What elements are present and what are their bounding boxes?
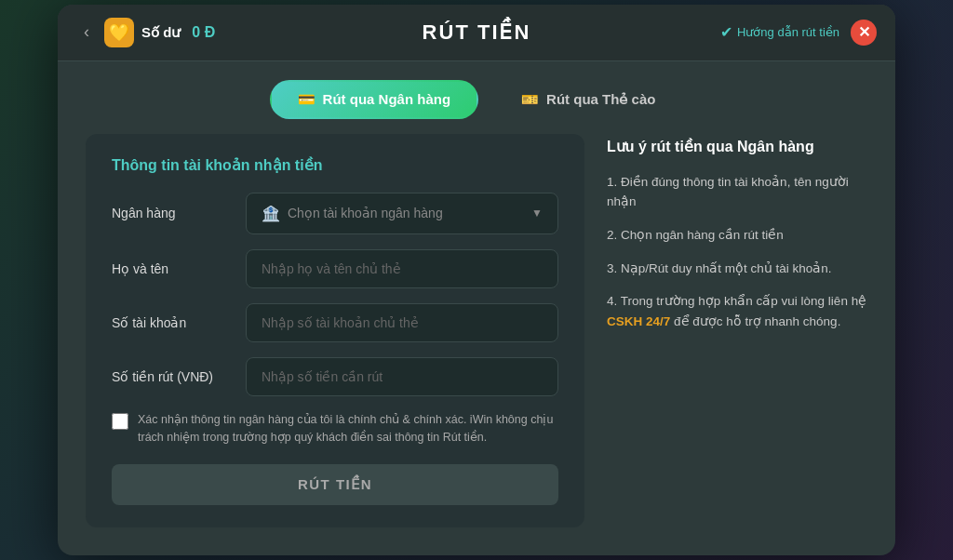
tab-card[interactable]: 🎫 Rút qua Thẻ cào [493, 80, 683, 119]
modal-header: ‹ 💛 Số dư 0 Đ RÚT TIỀN ✔ Hướng dẫn rút t… [58, 5, 895, 61]
info-item-3: 3. Nạp/Rút duy nhất một chủ tài khoản. [607, 259, 867, 279]
modal-body: Thông tin tài khoản nhận tiền Ngân hàng … [58, 134, 895, 556]
form-panel: Thông tin tài khoản nhận tiền Ngân hàng … [86, 134, 584, 528]
info-title: Lưu ý rút tiền qua Ngân hàng [607, 138, 867, 155]
account-number-row: Số tài khoản [112, 303, 558, 342]
cskh-link[interactable]: CSKH 24/7 [607, 314, 670, 328]
chevron-down-icon: ▼ [531, 207, 543, 220]
info-item-1: 1. Điền đúng thông tin tài khoản, tên ng… [607, 172, 867, 212]
amount-row: Số tiền rút (VNĐ) [112, 357, 558, 396]
close-button[interactable]: ✕ [851, 20, 877, 46]
fullname-input[interactable] [246, 249, 558, 288]
balance-amount: 0 Đ [192, 24, 215, 41]
balance-label: Số dư [141, 24, 181, 41]
amount-label: Số tiền rút (VNĐ) [112, 369, 233, 384]
checkbox-label: Xác nhận thông tin ngân hàng của tôi là … [138, 411, 558, 447]
modal-container: ‹ 💛 Số dư 0 Đ RÚT TIỀN ✔ Hướng dẫn rút t… [58, 5, 895, 556]
bank-row: Ngân hàng 🏦 Chọn tài khoản ngân hàng ▼ [112, 193, 558, 234]
header-right: ✔ Hướng dẫn rút tiền ✕ [720, 20, 877, 46]
tab-bank[interactable]: 💳 Rút qua Ngân hàng [270, 80, 479, 119]
amount-input[interactable] [246, 357, 558, 396]
guide-label: Hướng dẫn rút tiền [737, 25, 839, 39]
tab-bank-label: Rút qua Ngân hàng [323, 91, 451, 107]
bank-icon: 🏦 [262, 205, 280, 222]
modal-backdrop: ‹ 💛 Số dư 0 Đ RÚT TIỀN ✔ Hướng dẫn rút t… [0, 0, 953, 560]
info-panel: Lưu ý rút tiền qua Ngân hàng 1. Điền đún… [607, 134, 867, 528]
page-title: RÚT TIỀN [423, 20, 531, 45]
checkbox-row: Xác nhận thông tin ngân hàng của tôi là … [112, 411, 558, 447]
fullname-label: Họ và tên [112, 261, 233, 276]
back-button[interactable]: ‹ [76, 19, 97, 46]
guide-icon: ✔ [720, 23, 732, 41]
wallet-icon: 💛 [104, 18, 134, 47]
bank-placeholder: Chọn tài khoản ngân hàng [288, 206, 443, 220]
bank-label: Ngân hàng [112, 206, 233, 220]
info-item-4-after: để được hỗ trợ nhanh chóng. [670, 314, 840, 328]
fullname-row: Họ và tên [112, 249, 558, 288]
header-left: ‹ 💛 Số dư 0 Đ [76, 18, 215, 47]
info-item-4: 4. Trong trường hợp khẩn cấp vui lòng li… [607, 291, 867, 331]
account-number-input[interactable] [246, 303, 558, 342]
info-item-4-before: 4. Trong trường hợp khẩn cấp vui lòng li… [607, 294, 866, 308]
submit-button[interactable]: RÚT TIỀN [112, 464, 558, 505]
bank-select[interactable]: 🏦 Chọn tài khoản ngân hàng ▼ [246, 193, 558, 234]
tab-card-icon: 🎫 [521, 91, 539, 108]
info-item-2: 2. Chọn ngân hàng cần rút tiền [607, 225, 867, 246]
tabs-row: 💳 Rút qua Ngân hàng 🎫 Rút qua Thẻ cào [58, 61, 895, 134]
form-section-title: Thông tin tài khoản nhận tiền [112, 156, 558, 174]
confirm-checkbox[interactable] [112, 413, 128, 430]
guide-link[interactable]: ✔ Hướng dẫn rút tiền [720, 23, 839, 41]
tab-bank-icon: 💳 [298, 91, 315, 108]
account-number-label: Số tài khoản [112, 315, 233, 330]
bank-select-wrap: 🏦 Chọn tài khoản ngân hàng ▼ [246, 193, 558, 234]
tab-card-label: Rút qua Thẻ cào [546, 91, 655, 108]
select-left: 🏦 Chọn tài khoản ngân hàng [262, 205, 443, 222]
